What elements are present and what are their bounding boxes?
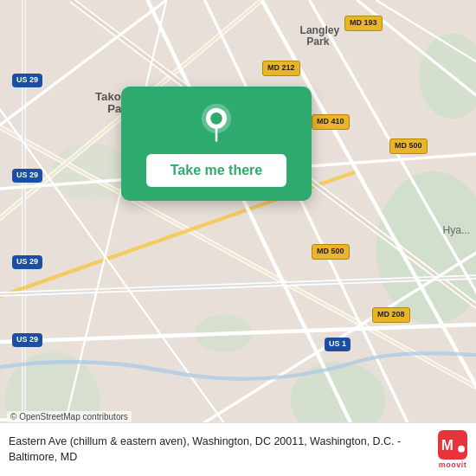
svg-text:M: M bbox=[441, 437, 453, 453]
shield-md500-mid: MD 500 bbox=[312, 244, 350, 260]
shield-md193: MD 193 bbox=[344, 16, 383, 31]
shield-md410: MD 410 bbox=[312, 114, 350, 130]
svg-text:Langley: Langley bbox=[300, 24, 340, 36]
map-container: Takoma Park Langley Park Hya... US 29 US… bbox=[0, 0, 476, 476]
shield-us29-top: US 29 bbox=[12, 74, 42, 87]
osm-attribution: © OpenStreetMap contributors bbox=[7, 411, 132, 422]
shield-md500-top: MD 500 bbox=[389, 138, 428, 154]
bottom-bar: Eastern Ave (chillum & eastern aven), Wa… bbox=[0, 422, 476, 476]
moovit-label: moovit bbox=[439, 460, 467, 469]
shield-us29-low: US 29 bbox=[12, 255, 42, 269]
shield-md208: MD 208 bbox=[372, 307, 410, 323]
svg-point-38 bbox=[210, 113, 222, 125]
shield-us29-mid: US 29 bbox=[12, 169, 42, 183]
shield-md212: MD 212 bbox=[262, 61, 300, 76]
location-pin-icon bbox=[196, 102, 237, 144]
location-card: Take me there bbox=[121, 87, 312, 201]
svg-point-41 bbox=[458, 446, 465, 453]
svg-text:Park: Park bbox=[306, 35, 329, 48]
shield-us1: US 1 bbox=[325, 338, 351, 351]
address-text: Eastern Ave (chillum & eastern aven), Wa… bbox=[9, 434, 429, 465]
moovit-logo-icon: M bbox=[438, 430, 467, 460]
take-me-there-button[interactable]: Take me there bbox=[146, 154, 286, 187]
map-background: Takoma Park Langley Park Hya... bbox=[0, 0, 476, 476]
moovit-logo: M moovit bbox=[438, 430, 467, 469]
svg-text:Hya...: Hya... bbox=[442, 223, 470, 235]
shield-us29-bot: US 29 bbox=[12, 333, 42, 347]
